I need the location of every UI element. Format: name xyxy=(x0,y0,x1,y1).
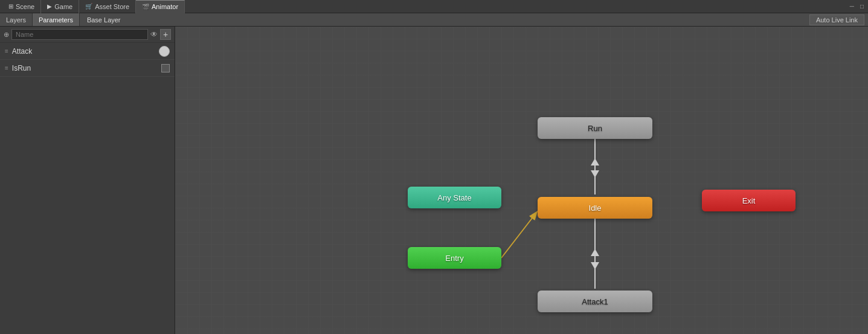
tab-animator[interactable]: 🎬 Animator xyxy=(136,0,185,13)
auto-live-link-button[interactable]: Auto Live Link xyxy=(809,14,864,25)
tab-game-label: Game xyxy=(54,3,72,10)
drag-handle-isrun: ≡ xyxy=(5,65,8,71)
tab-scene[interactable]: ⊞ Scene xyxy=(2,0,41,13)
attack-value-toggle[interactable] xyxy=(159,46,170,57)
sidebar: ⊕ 👁 + ≡ Attack ≡ IsRun xyxy=(0,27,175,334)
isrun-value-checkbox[interactable] xyxy=(161,64,170,72)
scene-icon: ⊞ xyxy=(8,3,13,10)
tab-asset-store-label: Asset Store xyxy=(95,3,129,10)
add-parameter-button[interactable]: + xyxy=(160,29,171,40)
node-any-state[interactable]: Any State xyxy=(408,187,501,208)
node-any-state-label: Any State xyxy=(437,193,471,202)
tab-parameters[interactable]: Parameters xyxy=(33,13,80,26)
isrun-param-name: IsRun xyxy=(12,64,161,72)
animator-canvas[interactable]: Run Idle Attack1 Any State Entry Exit xyxy=(175,27,868,334)
eye-icon[interactable]: 👁 xyxy=(150,30,158,39)
animator-icon: 🎬 xyxy=(142,4,149,10)
entry-to-idle-arrow xyxy=(501,213,536,258)
node-attack1[interactable]: Attack1 xyxy=(538,291,652,312)
node-run[interactable]: Run xyxy=(538,117,652,139)
tab-asset-store[interactable]: 🛒 Asset Store xyxy=(79,0,136,13)
parameter-attack: ≡ Attack xyxy=(0,43,175,60)
tab-scene-label: Scene xyxy=(16,3,34,10)
minimize-button[interactable]: ─ xyxy=(848,3,856,10)
layers-tab-label: Layers xyxy=(6,16,26,24)
tab-layers[interactable]: Layers xyxy=(0,13,33,26)
search-prefix-icon: ⊕ xyxy=(4,31,9,39)
search-bar: ⊕ 👁 + xyxy=(0,27,175,43)
attack1-to-idle-arrow xyxy=(591,249,599,256)
sub-tab-group: Layers Parameters xyxy=(0,13,80,26)
search-input[interactable] xyxy=(11,29,148,40)
window-controls: ─ □ xyxy=(848,3,866,10)
attack-param-name: Attack xyxy=(12,47,159,56)
tab-bar: ⊞ Scene ▶ Game 🛒 Asset Store 🎬 Animator … xyxy=(0,0,868,13)
game-icon: ▶ xyxy=(47,3,52,10)
run-to-idle-arrow xyxy=(591,170,599,178)
idle-to-run-arrow xyxy=(591,158,599,165)
base-layer-label: Base Layer xyxy=(80,15,128,25)
tab-game[interactable]: ▶ Game xyxy=(41,0,79,13)
tab-animator-label: Animator xyxy=(152,3,178,10)
store-icon: 🛒 xyxy=(85,3,92,10)
parameter-isrun: ≡ IsRun xyxy=(0,60,175,77)
parameters-tab-label: Parameters xyxy=(39,16,73,24)
drag-handle-attack: ≡ xyxy=(5,48,8,54)
node-attack1-label: Attack1 xyxy=(582,297,608,306)
node-entry-label: Entry xyxy=(445,254,463,263)
node-idle-label: Idle xyxy=(589,204,602,213)
node-entry[interactable]: Entry xyxy=(408,247,501,269)
connection-arrows xyxy=(175,27,868,334)
maximize-button[interactable]: □ xyxy=(858,3,866,10)
main-area: ⊕ 👁 + ≡ Attack ≡ IsRun xyxy=(0,27,868,334)
node-idle[interactable]: Idle xyxy=(538,197,652,219)
node-exit-label: Exit xyxy=(742,196,756,205)
sub-bar: Layers Parameters Base Layer Auto Live L… xyxy=(0,13,868,27)
node-run-label: Run xyxy=(588,124,602,133)
layer-name: Base Layer xyxy=(87,16,121,24)
idle-to-attack1-arrow xyxy=(591,262,599,269)
node-exit[interactable]: Exit xyxy=(702,190,796,211)
